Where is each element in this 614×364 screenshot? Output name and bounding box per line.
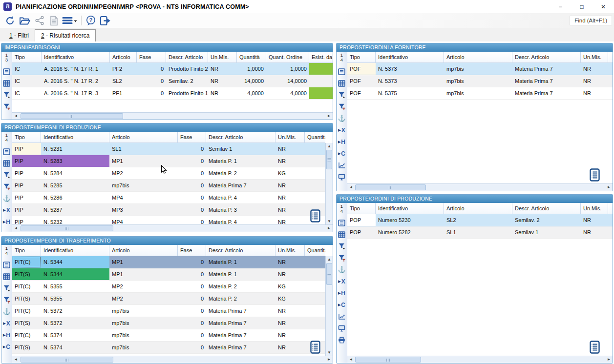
- cell[interactable]: Prodotto Finito 1: [166, 87, 208, 99]
- cell[interactable]: N. 5375: [376, 87, 444, 99]
- scroll-down-button[interactable]: ▼: [326, 218, 333, 224]
- cell[interactable]: N. 5285: [41, 180, 109, 191]
- cell[interactable]: PIT(C): [12, 329, 41, 341]
- share-icon[interactable]: [33, 15, 46, 26]
- table-view-icon[interactable]: [3, 160, 10, 167]
- table-row[interactable]: PIPN. 5283MP10Materia P. 1NR: [12, 155, 325, 167]
- scrollbar-thumb[interactable]: [326, 263, 332, 285]
- scrollbar-track[interactable]: [326, 263, 333, 349]
- cell[interactable]: Materia P. 2: [206, 293, 275, 304]
- column-header[interactable]: Tipo: [347, 203, 376, 214]
- column-header[interactable]: Fase: [178, 132, 206, 142]
- filter-edit-icon[interactable]: [3, 296, 10, 303]
- scroll-down-button[interactable]: ▼: [326, 349, 333, 356]
- cell[interactable]: [309, 75, 333, 87]
- confirm-c-icon[interactable]: ▶C: [338, 150, 345, 157]
- delete-x-icon[interactable]: ▶X: [338, 278, 345, 285]
- cell[interactable]: N. 5374: [41, 342, 109, 353]
- close-button[interactable]: ✕: [593, 0, 614, 13]
- cell[interactable]: 0: [178, 167, 206, 179]
- column-header[interactable]: Quantità: [305, 245, 325, 256]
- table-row[interactable]: PIT(S)N. 5372mp7bis0Materia Prima 7NR: [12, 317, 325, 329]
- cell[interactable]: 0: [178, 305, 206, 317]
- hold-h-icon[interactable]: ▶H: [338, 289, 345, 297]
- cell[interactable]: IC: [12, 87, 42, 99]
- column-header[interactable]: Descr. Articolo: [512, 52, 581, 62]
- cell[interactable]: 4,0000: [266, 87, 309, 99]
- cell[interactable]: N. 5372: [41, 317, 109, 329]
- cell[interactable]: [309, 63, 333, 75]
- filter-icon[interactable]: [3, 171, 10, 179]
- open-folder-icon[interactable]: [18, 15, 31, 26]
- hold-h-icon[interactable]: ▶H: [3, 218, 10, 225]
- table-row[interactable]: PIPN. 5232MP40Materia P. 4NR: [12, 216, 325, 224]
- scroll-right-button[interactable]: ►: [605, 184, 613, 191]
- cell[interactable]: Materia P. 4: [206, 192, 275, 203]
- cell[interactable]: NR: [275, 342, 305, 353]
- cell[interactable]: POF: [347, 75, 376, 87]
- cell[interactable]: N. 5283: [41, 155, 109, 167]
- cell[interactable]: Materia Prima 7: [512, 75, 581, 87]
- cell[interactable]: PIT(S): [12, 293, 41, 304]
- table-row[interactable]: PIT(C)N. 5374mp7bis0Materia Prima 7NR: [12, 329, 325, 342]
- cell[interactable]: MP2: [109, 293, 178, 304]
- cell[interactable]: NR: [581, 214, 608, 226]
- column-header[interactable]: Un.Mis.: [275, 245, 305, 256]
- scroll-up-button[interactable]: ▲: [326, 143, 333, 149]
- hold-h-icon[interactable]: ▶H: [338, 138, 345, 145]
- cell[interactable]: 0: [178, 329, 206, 341]
- cell[interactable]: 0: [137, 63, 166, 75]
- filter-edit-icon[interactable]: [338, 103, 345, 110]
- cell[interactable]: Semilav 1: [512, 226, 581, 238]
- table-row[interactable]: POFN. 5373mp7bisMateria Prima 7NR: [347, 75, 613, 87]
- cell[interactable]: 14,0000: [237, 75, 266, 87]
- cell[interactable]: PIP: [12, 204, 41, 216]
- cell[interactable]: KG: [275, 293, 305, 304]
- table-row[interactable]: PIPN. 5286MP40Materia P. 4NR: [12, 192, 325, 204]
- filter-edit-icon[interactable]: [338, 254, 345, 262]
- cell[interactable]: PF2: [110, 63, 137, 75]
- filter-icon[interactable]: [338, 91, 345, 99]
- horizontal-scrollbar[interactable]: ◄►: [12, 112, 333, 120]
- column-header[interactable]: Tipo: [12, 245, 41, 256]
- cell[interactable]: A. 2016 S. '' N. 17 R. 2: [42, 75, 110, 87]
- cell[interactable]: Materia Prima 7: [512, 63, 581, 75]
- column-header[interactable]: Identificativo: [42, 52, 110, 62]
- cell[interactable]: NR: [581, 87, 608, 99]
- scrollbar-thumb[interactable]: [355, 184, 426, 190]
- cell[interactable]: POP: [347, 226, 376, 238]
- table-row[interactable]: POPNumero 5282SL1Semilav 1NR: [347, 226, 613, 239]
- cell[interactable]: N. 5344: [41, 268, 109, 280]
- cell[interactable]: Semilav 1: [206, 143, 275, 155]
- cell[interactable]: Semilav. 2: [512, 214, 581, 226]
- anchor-icon[interactable]: ⚓: [2, 308, 10, 315]
- cell[interactable]: N. 5284: [41, 167, 109, 179]
- cell[interactable]: [305, 167, 325, 179]
- cell[interactable]: mp7bis: [109, 329, 178, 341]
- tab-filtri[interactable]: 1 - Filtri: [3, 29, 35, 41]
- exit-icon[interactable]: [99, 15, 112, 26]
- cell[interactable]: SL1: [109, 143, 178, 155]
- cell[interactable]: [305, 293, 325, 304]
- cell[interactable]: Materia Prima 7: [206, 329, 275, 341]
- table-view-icon[interactable]: [338, 80, 345, 87]
- cell[interactable]: 0: [178, 342, 206, 353]
- cell[interactable]: Materia Prima 7: [206, 342, 275, 353]
- cell[interactable]: PIT(C): [12, 305, 41, 317]
- cell[interactable]: N. 5355: [41, 293, 109, 304]
- cell[interactable]: Materia P. 1: [206, 256, 275, 268]
- table-row[interactable]: PIPN. 5284MP20Materia P. 2KG: [12, 167, 325, 180]
- cell[interactable]: PIT(S): [12, 268, 41, 280]
- list-view-icon[interactable]: [338, 219, 345, 226]
- table-row[interactable]: PIT(S)N. 5355MP20Materia P. 2KG: [12, 293, 325, 305]
- column-header[interactable]: Un.Mis.: [275, 132, 305, 142]
- chart-icon[interactable]: [338, 313, 345, 320]
- cell[interactable]: N. 5231: [41, 143, 109, 155]
- cell[interactable]: 0: [137, 87, 166, 99]
- cell[interactable]: NR: [275, 305, 305, 317]
- scrollbar-thumb[interactable]: [21, 113, 123, 119]
- cell[interactable]: 1,0000: [266, 63, 309, 75]
- filter-edit-icon[interactable]: [3, 103, 10, 110]
- scrollbar-track[interactable]: [20, 225, 325, 232]
- cell[interactable]: N. 5355: [41, 281, 109, 292]
